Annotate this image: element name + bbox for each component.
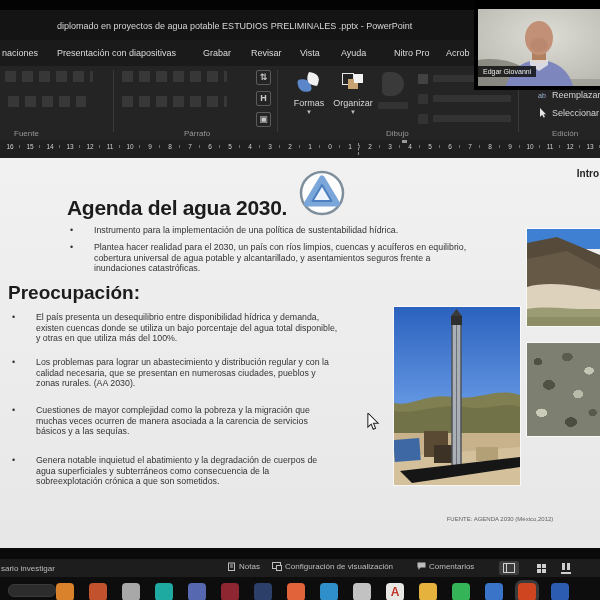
bullet-marker: • [12, 357, 36, 389]
ruler-number: 0 [320, 143, 340, 150]
concern-bullet-1[interactable]: • El país presenta un desequilibrio entr… [12, 312, 338, 344]
display-settings-button[interactable]: Configuración de visualización [272, 562, 393, 571]
tab-grabar[interactable]: Grabar [203, 48, 231, 58]
ruler-number: 9 [140, 143, 160, 150]
arrange-button[interactable]: Organizar ▼ [332, 69, 374, 115]
shapes-icon [296, 71, 322, 97]
agenda-bullet-2[interactable]: • Plantea hacer realidad para el 2030, u… [70, 242, 472, 274]
bullet-text: Los problemas para lograr un abastecimie… [36, 357, 338, 389]
webcam-overlay[interactable]: Edgar Giovanni [474, 0, 600, 90]
bullet-text: El país presenta un desequilibrio entre … [36, 312, 338, 344]
bullet-marker: • [12, 405, 36, 437]
whatsapp-icon[interactable] [452, 583, 470, 600]
ruler-number: 6 [200, 143, 220, 150]
ruler-number: 8 [480, 143, 500, 150]
concern-heading[interactable]: Preocupación: [8, 282, 140, 304]
comments-icon [417, 562, 426, 571]
ruler-indent-marker[interactable] [402, 140, 407, 143]
powerpoint-icon[interactable] [518, 583, 536, 600]
ruler-number: 3 [380, 143, 400, 150]
ruler-number: 6 [440, 143, 460, 150]
word-icon[interactable] [551, 583, 569, 600]
taskbar-app-rust-icon[interactable] [89, 583, 107, 600]
display-settings-icon [272, 562, 282, 571]
arrange-label: Organizar [333, 98, 373, 108]
svg-text:ab: ab [538, 92, 546, 99]
concern-bullet-2[interactable]: • Los problemas para lograr un abastecim… [12, 357, 338, 389]
slide-canvas[interactable]: Intro Agenda del agua 2030. • Instrument… [0, 158, 600, 548]
agenda-bullet-1[interactable]: • Instrumento para la implementación de … [70, 225, 472, 236]
taskbar-search[interactable] [8, 584, 56, 597]
quick-styles-ghost-label [378, 102, 408, 109]
ruler-number: 1 [300, 143, 320, 150]
taskbar-icons: A [56, 583, 569, 600]
bullet-marker: • [12, 312, 36, 344]
comments-button[interactable]: Comentarios [417, 562, 474, 571]
chrome-icon[interactable] [353, 583, 371, 600]
replace-label: Reemplazar [552, 90, 600, 100]
taskbar-app-indigo-icon[interactable] [188, 583, 206, 600]
chevron-down-icon: ▼ [288, 109, 330, 115]
taskbar-app-teal-icon[interactable] [155, 583, 173, 600]
ruler-number: 10 [120, 143, 140, 150]
ruler-number: 7 [180, 143, 200, 150]
file-explorer-icon[interactable] [419, 583, 437, 600]
shapes-button[interactable]: Formas ▼ [288, 69, 330, 115]
tab-presentacion-con-diapositivas[interactable]: Presentación con diapositivas [57, 48, 176, 58]
replace-button[interactable]: ab Reemplazar [538, 90, 600, 100]
statusbar: sario investigar Notas Configuración de … [0, 559, 600, 577]
tab-acrobat[interactable]: Acrob [446, 48, 470, 58]
ruler-number: 10 [520, 143, 540, 150]
normal-view-icon [503, 563, 515, 573]
arrange-icon [340, 71, 366, 97]
screen: diplomado en proyectos de agua potable E… [0, 0, 600, 600]
scrub-vegetation-photo[interactable] [527, 343, 600, 436]
autocad-icon[interactable]: A [386, 583, 404, 600]
slide-corner-header: Intro [577, 168, 599, 179]
tab-revisar[interactable]: Revisar [251, 48, 282, 58]
bullet-marker: • [70, 225, 94, 236]
organization-logo[interactable] [298, 169, 346, 217]
ruler-number: 15 [20, 143, 40, 150]
firefox-icon[interactable] [287, 583, 305, 600]
ruler-number: 2 [280, 143, 300, 150]
group-divider [113, 70, 114, 132]
taskbar-app-orange-icon[interactable] [56, 583, 74, 600]
text-direction-icon[interactable]: ⇅ [256, 70, 271, 85]
concern-bullet-4[interactable]: • Genera notable inquietud el abatimient… [12, 455, 338, 487]
tab-ayuda[interactable]: Ayuda [341, 48, 366, 58]
tab-animaciones[interactable]: naciones [2, 48, 38, 58]
shape-effects-ghost-icon [418, 114, 428, 124]
bullet-text: Plantea hacer realidad para el 2030, un … [94, 242, 472, 274]
edge-icon[interactable] [320, 583, 338, 600]
chevron-down-icon: ▼ [332, 109, 374, 115]
select-label: Seleccionar [552, 108, 599, 118]
slide-sorter-view-button[interactable] [531, 561, 551, 575]
notes-label: Notas [239, 562, 260, 571]
slide-title[interactable]: Agenda del agua 2030. [67, 196, 287, 220]
taskbar-app-document-icon[interactable] [122, 583, 140, 600]
normal-view-button[interactable] [499, 561, 519, 575]
tab-nitro-pro[interactable]: Nitro Pro [394, 48, 430, 58]
horizontal-ruler[interactable]: 1615141312111098765432101234567891011121… [0, 140, 600, 159]
bullet-text: Instrumento para la implementación de un… [94, 225, 472, 236]
reading-view-button[interactable] [556, 561, 576, 575]
drilling-rig-photo[interactable] [394, 307, 520, 485]
notes-button[interactable]: Notas [228, 562, 260, 571]
shape-fill-ghost-icon [418, 74, 428, 84]
ruler-number: 5 [220, 143, 240, 150]
group-label-edicion: Edición [552, 129, 578, 138]
select-button[interactable]: Seleccionar [538, 108, 599, 118]
taskbar-app-navy-icon[interactable] [254, 583, 272, 600]
ruler-number: 4 [400, 143, 420, 150]
desert-landscape-photo[interactable] [527, 229, 600, 326]
tab-vista[interactable]: Vista [300, 48, 320, 58]
outlook-icon[interactable] [485, 583, 503, 600]
smartart-icon[interactable]: ▣ [256, 112, 271, 127]
concern-bullet-3[interactable]: • Cuestiones de mayor complejidad como l… [12, 405, 338, 437]
taskbar-app-darkred-icon[interactable] [221, 583, 239, 600]
align-text-icon[interactable]: H [256, 91, 271, 106]
shape-outline-ghost-icon [418, 94, 428, 104]
statusbar-left-text: sario investigar [1, 564, 55, 573]
shapes-label: Formas [294, 98, 325, 108]
